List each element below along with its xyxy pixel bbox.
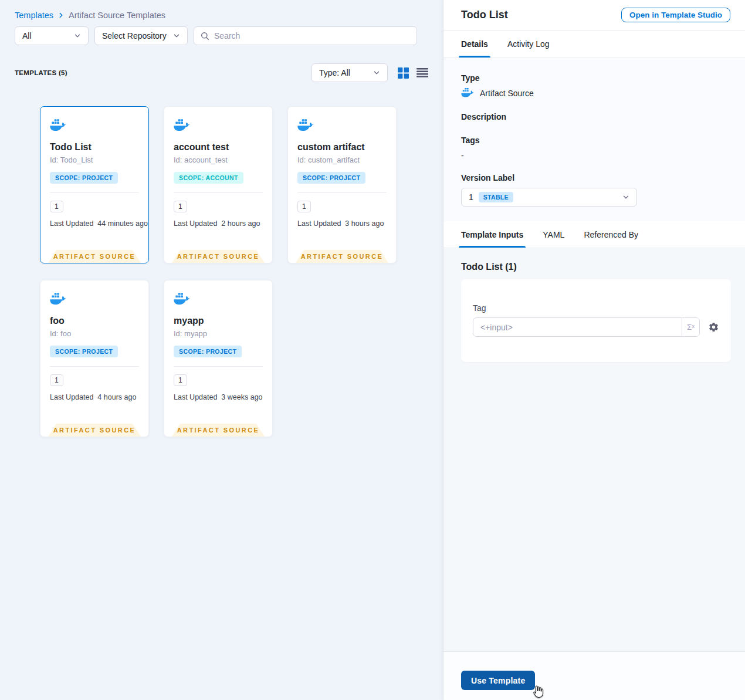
docker-icon	[174, 293, 191, 306]
chevron-down-icon	[622, 194, 629, 201]
tag-input[interactable]: <+input> Σˣ	[473, 317, 700, 337]
tab-details[interactable]: Details	[461, 31, 488, 58]
version-count: 1	[50, 201, 63, 212]
search-box[interactable]	[194, 26, 417, 45]
last-updated: Last Updated2 hours ago	[174, 219, 263, 228]
details-section: Type Artifact Source Description Tags - …	[443, 58, 745, 221]
template-name: Todo List	[50, 142, 139, 153]
template-id: Id: custom_artifact	[297, 155, 387, 164]
version-number: 1	[469, 192, 473, 202]
type-filter-value: Type: All	[319, 68, 350, 77]
templates-count-label: TEMPLATES (5)	[15, 69, 67, 76]
expression-toggle-button[interactable]: Σˣ	[682, 318, 699, 336]
chevron-down-icon	[74, 32, 81, 39]
scope-badge: SCOPE: ACCOUNT	[174, 172, 243, 184]
tab-template-inputs[interactable]: Template Inputs	[461, 221, 523, 248]
scope-filter-dropdown[interactable]: All	[15, 26, 89, 45]
breadcrumb-current: Artifact Source Templates	[69, 11, 165, 20]
topbar: Templates Artifact Source Templates All …	[0, 0, 443, 45]
card-divider	[50, 366, 139, 367]
version-count: 1	[174, 201, 187, 212]
use-template-button[interactable]: Use Template	[461, 671, 535, 690]
chevron-right-icon	[57, 12, 65, 19]
type-value: Artifact Source	[480, 89, 534, 98]
card-divider	[174, 192, 263, 193]
docker-icon	[50, 293, 67, 306]
artifact-source-ribbon: ARTIFACT SOURCE	[172, 250, 265, 263]
template-id: Id: foo	[50, 329, 139, 338]
scope-badge: SCOPE: PROJECT	[50, 172, 118, 184]
artifact-source-ribbon: ARTIFACT SOURCE	[296, 250, 388, 263]
scope-badge: SCOPE: PROJECT	[50, 346, 118, 357]
repository-filter-dropdown[interactable]: Select Repository	[94, 26, 188, 45]
artifact-source-ribbon: ARTIFACT SOURCE	[172, 424, 265, 437]
chevron-down-icon	[173, 32, 180, 39]
template-name: custom artifact	[297, 142, 387, 153]
template-name: myapp	[174, 316, 263, 326]
breadcrumb-templates-link[interactable]: Templates	[15, 11, 53, 20]
tag-input-card: Tag <+input> Σˣ	[461, 279, 731, 362]
version-count: 1	[297, 201, 311, 212]
template-id: Id: myapp	[174, 329, 263, 338]
version-select[interactable]: 1 STABLE	[461, 188, 637, 207]
list-view-icon[interactable]	[416, 67, 428, 79]
filter-row: All Select Repository	[15, 26, 428, 45]
artifact-source-ribbon: ARTIFACT SOURCE	[48, 250, 141, 263]
panel-title: Todo List	[461, 9, 508, 21]
tags-label: Tags	[461, 136, 727, 145]
docker-icon	[50, 119, 67, 132]
app-window: Templates Artifact Source Templates All …	[0, 0, 745, 700]
last-updated: Last Updated3 weeks ago	[174, 393, 263, 401]
inputs-heading: Todo List (1)	[461, 262, 730, 272]
last-updated: Last Updated3 hours ago	[297, 219, 387, 228]
template-card-foo[interactable]: foo Id: foo SCOPE: PROJECT 1 Last Update…	[40, 280, 149, 437]
description-label: Description	[461, 112, 727, 121]
type-label: Type	[461, 73, 727, 83]
template-id: Id: Todo_List	[50, 155, 139, 164]
tab-activity-log[interactable]: Activity Log	[507, 31, 550, 58]
breadcrumb: Templates Artifact Source Templates	[15, 11, 428, 20]
template-card-custom-artifact[interactable]: custom artifact Id: custom_artifact SCOP…	[287, 106, 397, 263]
grid-view-icon[interactable]	[398, 67, 409, 79]
repository-filter-value: Select Repository	[102, 31, 167, 40]
card-divider	[50, 192, 139, 193]
template-card-myapp[interactable]: myapp Id: myapp SCOPE: PROJECT 1 Last Up…	[164, 280, 273, 437]
tag-label: Tag	[473, 303, 719, 313]
open-in-template-studio-button[interactable]: Open in Template Studio	[621, 8, 730, 22]
card-divider	[174, 366, 263, 367]
template-card-todo-list[interactable]: Todo List Id: Todo_List SCOPE: PROJECT 1…	[40, 106, 149, 263]
scope-filter-value: All	[22, 31, 32, 40]
template-card-grid: Todo List Id: Todo_List SCOPE: PROJECT 1…	[40, 106, 443, 437]
scope-badge: SCOPE: PROJECT	[297, 172, 365, 184]
tag-input-value: <+input>	[473, 318, 682, 336]
last-updated: Last Updated4 hours ago	[50, 393, 139, 401]
template-details-panel: Todo List Open in Template Studio Detail…	[443, 0, 745, 700]
docker-icon	[461, 88, 475, 98]
template-card-account-test[interactable]: account test Id: account_test SCOPE: ACC…	[164, 106, 273, 263]
inputs-tab-bar: Template Inputs YAML Referenced By	[443, 221, 745, 248]
type-filter-dropdown[interactable]: Type: All	[311, 63, 388, 82]
template-inputs-section: Todo List (1) Tag <+input> Σˣ	[443, 248, 745, 651]
artifact-source-ribbon: ARTIFACT SOURCE	[48, 424, 141, 437]
tab-referenced-by[interactable]: Referenced By	[584, 221, 638, 248]
tab-yaml[interactable]: YAML	[543, 221, 564, 248]
scope-badge: SCOPE: PROJECT	[174, 346, 242, 357]
list-header: TEMPLATES (5) Type: All	[0, 63, 443, 82]
template-name: foo	[50, 316, 139, 326]
template-id: Id: account_test	[174, 155, 263, 164]
panel-header: Todo List Open in Template Studio	[443, 0, 745, 31]
chevron-down-icon	[373, 69, 380, 76]
last-updated: Last Updated44 minutes ago	[50, 219, 139, 228]
details-tab-bar: Details Activity Log	[443, 31, 745, 58]
panel-footer: Use Template	[443, 651, 745, 700]
gear-icon[interactable]	[708, 322, 719, 333]
search-icon	[201, 32, 209, 40]
version-count: 1	[50, 374, 63, 386]
card-divider	[297, 192, 387, 193]
version-count: 1	[174, 374, 187, 386]
docker-icon	[297, 119, 314, 132]
version-label: Version Label	[461, 173, 727, 182]
stable-badge: STABLE	[479, 192, 513, 202]
docker-icon	[174, 119, 191, 132]
search-input[interactable]	[214, 31, 410, 40]
